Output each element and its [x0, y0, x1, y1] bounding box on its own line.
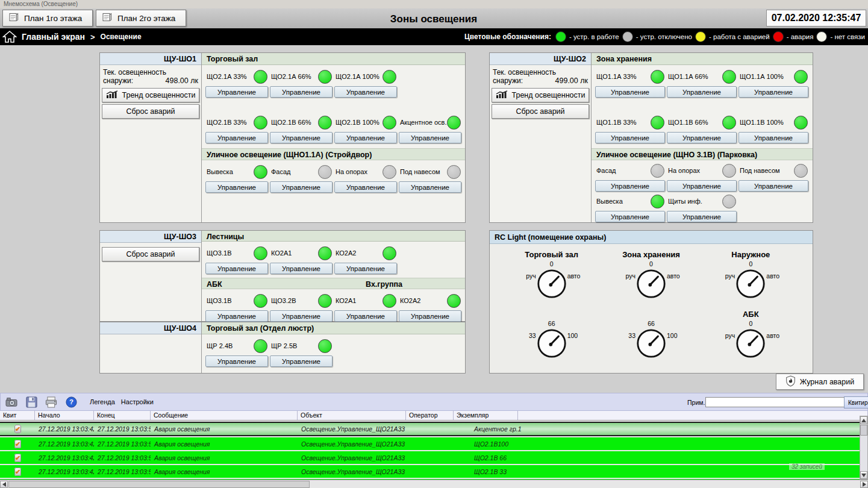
- column-header-object[interactable]: Объект: [298, 411, 406, 420]
- save-icon[interactable]: [24, 395, 39, 408]
- column-header-instance[interactable]: Экземпляр: [454, 411, 518, 420]
- scroll-left-icon[interactable]: [0, 481, 8, 488]
- channel-label: ЩО2.1А 33%: [207, 73, 247, 80]
- sho3-reset-alarms-button[interactable]: Сброс аварий: [102, 247, 199, 261]
- control-button[interactable]: Управление: [270, 86, 333, 98]
- sho3-zone-title: Лестницы: [202, 231, 465, 242]
- control-button[interactable]: Управление: [595, 180, 665, 192]
- note-input[interactable]: [705, 397, 846, 407]
- control-button[interactable]: Управление: [667, 180, 737, 192]
- dial-scale-left: 33: [617, 332, 635, 339]
- channel-label: Щиты инф.: [668, 198, 702, 205]
- control-button[interactable]: Управление: [205, 132, 268, 143]
- sho1-reset-alarms-button[interactable]: Сброс аварий: [102, 104, 199, 119]
- sho2-street-section-title: Уличное освещение (ЩНО 3.1В) (Парковка): [592, 148, 813, 160]
- dial-scale-right: авто: [766, 332, 784, 339]
- control-button[interactable]: Управление: [205, 263, 268, 274]
- control-button[interactable]: Управление: [399, 181, 461, 193]
- knob-dial[interactable]: [735, 328, 766, 359]
- control-button[interactable]: Управление: [334, 181, 397, 193]
- snapshot-camera-icon[interactable]: [4, 395, 19, 408]
- sho4-left-column: ЩУ-ШО4: [100, 322, 202, 373]
- control-button[interactable]: Управление: [738, 86, 808, 98]
- tab-floor2-plan[interactable]: План 2го этажа: [96, 10, 186, 27]
- alarm-row[interactable]: 27.12.2019 13:03:42 27.12.2019 13:03:52 …: [0, 437, 860, 450]
- acknowledge-button[interactable]: Квитировать: [844, 396, 868, 408]
- column-header-end[interactable]: Конец: [94, 411, 151, 420]
- help-icon[interactable]: ?: [64, 395, 78, 408]
- alarm-row[interactable]: 27.12.2019 13:03:42 27.12.2019 13:03:52 …: [0, 465, 860, 478]
- channel-group: Фасад: [270, 163, 334, 180]
- control-button[interactable]: Управление: [595, 132, 665, 143]
- menu-settings[interactable]: Настройки: [121, 398, 154, 405]
- breadcrumb-root[interactable]: Главный экран: [22, 32, 85, 42]
- scroll-right-icon[interactable]: [860, 481, 868, 488]
- ack-checkbox[interactable]: [14, 440, 21, 448]
- control-button[interactable]: Управление: [205, 86, 268, 98]
- control-button[interactable]: Управление: [667, 132, 737, 143]
- dial-scale-left: 33: [518, 332, 536, 339]
- control-button[interactable]: Управление: [270, 355, 333, 367]
- control-button[interactable]: Управление: [334, 132, 397, 143]
- panel-rc-light: RC Light (помещение охраны) Торговый зал…: [489, 230, 813, 374]
- dial-scale-top: 0: [601, 260, 701, 268]
- journal-vertical-scrollbar[interactable]: [860, 416, 868, 480]
- column-header-ack[interactable]: Квит: [0, 411, 35, 420]
- control-button[interactable]: Управление: [270, 310, 333, 322]
- reset-button-label: Сброс аварий: [126, 107, 175, 116]
- scroll-down-icon[interactable]: [860, 471, 867, 479]
- control-button[interactable]: Управление: [667, 86, 737, 98]
- control-button[interactable]: Управление: [205, 355, 268, 367]
- channel-label: КО2А2: [336, 249, 356, 257]
- legend-title: Цветовые обозначения:: [464, 33, 551, 41]
- alarm-row[interactable]: 27.12.2019 13:03:42 27.12.2019 13:03:52 …: [0, 451, 860, 464]
- sho2-reset-alarms-button[interactable]: Сброс аварий: [492, 104, 589, 119]
- knob-dial[interactable]: [635, 268, 667, 299]
- horizontal-scroll-thumb[interactable]: [8, 481, 310, 488]
- control-button[interactable]: Управление: [595, 86, 665, 98]
- svg-text:?: ?: [69, 398, 73, 405]
- control-button[interactable]: Управление: [399, 310, 461, 322]
- status-led: [254, 165, 267, 179]
- control-button[interactable]: Управление: [667, 211, 737, 222]
- cell-message: Авария освещения: [151, 468, 298, 475]
- control-button[interactable]: Управление: [595, 211, 665, 222]
- sho2-trend-button[interactable]: Тренд освещенности: [492, 88, 589, 102]
- cell-start: 27.12.2019 13:03:42: [35, 425, 94, 433]
- sho2-left-column: ЩУ-ШО2 Тек. освещенность снаружи: 499.00…: [490, 53, 592, 222]
- control-button[interactable]: Управление: [399, 132, 461, 143]
- column-header-start[interactable]: Начало: [35, 411, 94, 420]
- panel-shu-sho3: ЩУ-ШО3 Сброс аварий Лестницы ЩО3.1В КО2А…: [99, 230, 466, 322]
- control-button[interactable]: Управление: [334, 310, 397, 322]
- control-button[interactable]: Управление: [738, 132, 808, 143]
- ack-checkbox[interactable]: [14, 468, 21, 476]
- home-icon[interactable]: [0, 28, 19, 45]
- knob-dial[interactable]: [536, 268, 567, 299]
- alarm-journal-button[interactable]: Журнал аварий: [776, 374, 864, 390]
- control-button[interactable]: Управление: [270, 263, 333, 274]
- control-button[interactable]: Управление: [334, 86, 397, 98]
- menu-legend[interactable]: Легенда: [90, 398, 115, 405]
- control-button[interactable]: Управление: [270, 181, 333, 193]
- print-icon[interactable]: [44, 395, 58, 408]
- control-button[interactable]: Управление: [205, 310, 268, 322]
- knob-dial[interactable]: [536, 328, 567, 359]
- sho1-trend-button[interactable]: Тренд освещенности: [102, 88, 199, 102]
- tab-floor1-plan[interactable]: План 1го этажа: [2, 10, 93, 27]
- control-button[interactable]: Управление: [738, 180, 808, 192]
- status-led: [318, 246, 332, 260]
- scroll-up-icon[interactable]: [860, 416, 867, 424]
- control-button[interactable]: Управление: [270, 132, 333, 143]
- horizontal-scrollbar[interactable]: [0, 480, 868, 488]
- cell-instance: ЩО2.1В100: [454, 440, 860, 448]
- column-header-operator[interactable]: Оператор: [406, 411, 454, 420]
- control-button[interactable]: Управление: [334, 263, 397, 274]
- column-header-message[interactable]: Сообщение: [151, 411, 298, 420]
- vertical-scroll-thumb[interactable]: [860, 425, 867, 436]
- knob-dial[interactable]: [735, 268, 766, 299]
- control-button[interactable]: Управление: [205, 181, 268, 193]
- ack-checkbox[interactable]: [14, 454, 21, 462]
- knob-dial[interactable]: [635, 328, 667, 359]
- alarm-row[interactable]: 27.12.2019 13:03:42 27.12.2019 13:03:52 …: [0, 422, 860, 436]
- ack-checkbox[interactable]: [14, 425, 21, 433]
